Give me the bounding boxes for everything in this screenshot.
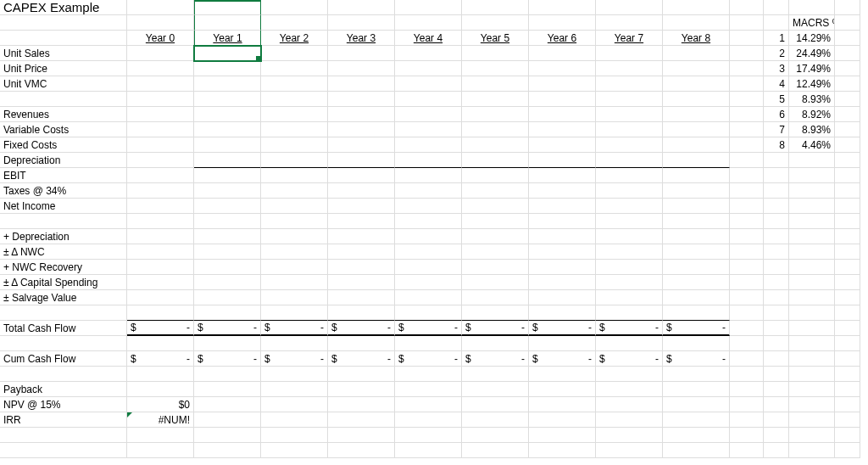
tcf-year6[interactable]: $- (529, 321, 596, 336)
grid-cell[interactable] (789, 336, 835, 351)
grid-cell[interactable] (328, 137, 395, 153)
selected-cell[interactable] (194, 46, 261, 61)
grid-cell[interactable] (127, 0, 194, 15)
grid-cell[interactable] (835, 46, 860, 61)
grid-cell[interactable] (835, 367, 860, 382)
grid-cell[interactable] (730, 336, 764, 351)
tcf-year5[interactable]: $- (462, 321, 529, 336)
grid-cell[interactable] (328, 122, 395, 137)
grid-cell[interactable] (194, 397, 261, 412)
grid-cell[interactable] (596, 305, 663, 321)
grid-cell[interactable] (529, 412, 596, 428)
grid-cell[interactable] (127, 336, 194, 351)
grid-cell[interactable] (835, 0, 860, 15)
grid-cell[interactable] (127, 443, 194, 458)
grid-cell[interactable] (789, 351, 835, 367)
grid-cell[interactable] (730, 351, 764, 367)
grid-cell[interactable] (835, 275, 860, 290)
grid-cell[interactable] (395, 382, 462, 397)
grid-cell[interactable] (596, 199, 663, 214)
grid-cell[interactable] (663, 183, 730, 199)
grid-cell[interactable] (395, 168, 462, 183)
grid-cell[interactable] (194, 107, 261, 122)
grid-cell[interactable] (462, 137, 529, 153)
grid-cell[interactable] (529, 61, 596, 76)
grid-cell[interactable] (663, 107, 730, 122)
macrs-year-8[interactable]: 8 (764, 137, 789, 153)
grid-cell[interactable] (127, 290, 194, 305)
grid-cell[interactable] (194, 428, 261, 443)
grid-cell[interactable] (663, 290, 730, 305)
grid-cell[interactable] (127, 61, 194, 76)
grid-cell[interactable] (328, 214, 395, 229)
grid-cell[interactable] (395, 428, 462, 443)
grid-cell[interactable] (789, 183, 835, 199)
grid-cell[interactable] (462, 168, 529, 183)
grid-cell[interactable] (789, 199, 835, 214)
grid-cell[interactable] (529, 137, 596, 153)
grid-cell[interactable] (730, 214, 764, 229)
grid-cell[interactable] (764, 214, 789, 229)
grid-cell[interactable] (730, 382, 764, 397)
grid-cell[interactable] (194, 275, 261, 290)
grid-cell[interactable] (127, 275, 194, 290)
grid-cell[interactable] (663, 137, 730, 153)
grid-cell[interactable] (261, 92, 328, 107)
grid-cell[interactable] (261, 0, 328, 15)
grid-cell[interactable] (194, 183, 261, 199)
grid-cell[interactable] (663, 61, 730, 76)
grid-cell[interactable] (194, 199, 261, 214)
grid-cell[interactable] (663, 15, 730, 31)
grid-cell[interactable] (764, 305, 789, 321)
grid-cell[interactable] (395, 183, 462, 199)
grid-cell[interactable] (529, 107, 596, 122)
grid-cell[interactable] (789, 367, 835, 382)
grid-cell[interactable] (835, 351, 860, 367)
macrs-pct-5[interactable]: 8.93% (789, 92, 835, 107)
grid-cell[interactable] (395, 92, 462, 107)
grid-cell[interactable] (596, 107, 663, 122)
grid-cell[interactable] (395, 275, 462, 290)
grid-cell[interactable] (462, 412, 529, 428)
grid-cell[interactable] (328, 336, 395, 351)
grid-cell[interactable] (529, 168, 596, 183)
grid-cell[interactable] (730, 46, 764, 61)
grid-cell[interactable] (328, 305, 395, 321)
grid-cell[interactable] (764, 321, 789, 336)
grid-cell[interactable] (0, 336, 127, 351)
grid-cell[interactable] (395, 336, 462, 351)
grid-cell[interactable] (261, 137, 328, 153)
grid-cell[interactable] (764, 168, 789, 183)
grid-cell[interactable] (835, 199, 860, 214)
grid-cell[interactable] (596, 443, 663, 458)
grid-cell[interactable] (395, 367, 462, 382)
grid-cell[interactable] (529, 153, 596, 168)
grid-cell[interactable] (835, 15, 860, 31)
grid-cell[interactable] (261, 46, 328, 61)
grid-cell[interactable] (529, 336, 596, 351)
grid-cell[interactable] (261, 199, 328, 214)
grid-cell[interactable] (764, 183, 789, 199)
col-header-year2[interactable]: Year 2 (261, 31, 328, 46)
grid-cell[interactable] (261, 367, 328, 382)
grid-cell[interactable] (596, 46, 663, 61)
grid-cell[interactable] (529, 260, 596, 275)
grid-cell[interactable] (127, 260, 194, 275)
grid-cell[interactable] (261, 336, 328, 351)
grid-cell[interactable] (789, 214, 835, 229)
grid-cell[interactable] (462, 260, 529, 275)
grid-cell[interactable] (194, 367, 261, 382)
grid-cell[interactable] (0, 92, 127, 107)
tcf-year7[interactable]: $- (596, 321, 663, 336)
grid-cell[interactable] (835, 244, 860, 260)
grid-cell[interactable] (0, 428, 127, 443)
grid-cell[interactable] (663, 305, 730, 321)
grid-cell[interactable] (395, 0, 462, 15)
grid-cell[interactable] (730, 229, 764, 244)
grid-cell[interactable] (663, 382, 730, 397)
col-header-year6[interactable]: Year 6 (529, 31, 596, 46)
grid-cell[interactable] (261, 290, 328, 305)
grid-cell[interactable] (835, 321, 860, 336)
grid-cell[interactable] (730, 321, 764, 336)
grid-cell[interactable] (730, 397, 764, 412)
